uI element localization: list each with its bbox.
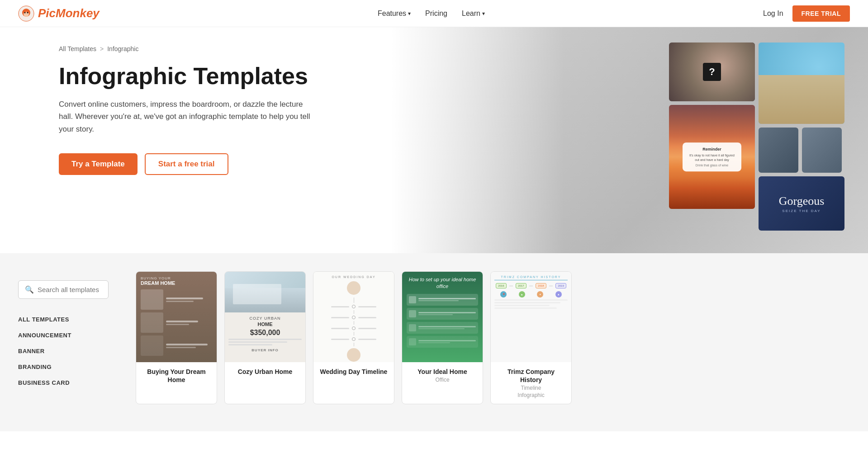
nav-links: Features ▾ Pricing Learn ▾	[378, 9, 485, 18]
template-card-4[interactable]: How to set up your ideal home office	[402, 271, 483, 404]
reminder-title: Reminder	[688, 147, 736, 151]
lower-inner: 🔍 ALL TEMPLATES ANNOUNCEMENT BANNER BRAN…	[0, 271, 868, 413]
collage-image-small-1	[759, 128, 798, 173]
template-card-5[interactable]: Trimz Company History 2016 2017 2018 201	[490, 271, 572, 404]
search-icon: 🔍	[25, 285, 34, 294]
template-card-1[interactable]: Buying Your Dream Home	[136, 271, 217, 404]
svg-point-5	[24, 12, 26, 13]
free-trial-button[interactable]: FREE TRIAL	[792, 5, 850, 22]
nav-right: Log In FREE TRIAL	[763, 5, 850, 22]
sidebar-item-banner[interactable]: BANNER	[18, 343, 109, 359]
search-input[interactable]	[38, 286, 102, 293]
reminder-text: It's okay to not have it all figured out…	[688, 153, 736, 162]
breadcrumb-all-templates[interactable]: All Templates	[59, 45, 96, 52]
sidebar-item-announcement[interactable]: ANNOUNCEMENT	[18, 327, 109, 343]
template-info-3: Wedding Day Timeline	[313, 362, 394, 381]
breadcrumb-separator: >	[100, 45, 104, 52]
template-info-1: Buying Your Dream Home	[136, 362, 217, 389]
template-thumb-3: OUR WEDDING DAY	[313, 272, 394, 362]
template-sub-5b: Infographic	[496, 392, 566, 398]
nav-pricing[interactable]: Pricing	[425, 9, 447, 18]
template-name-5: Trimz Company History	[496, 368, 566, 384]
sidebar-item-all[interactable]: ALL TEMPLATES	[18, 312, 109, 327]
page-title: Infographic Templates	[59, 63, 344, 89]
collage-image-small-2	[802, 128, 842, 173]
gorgeous-text: Gorgeous	[779, 194, 825, 208]
svg-point-6	[27, 12, 28, 13]
template-card-2[interactable]: COZY URBAN HOME $350,000 BUYER INFO	[224, 271, 306, 404]
brand-name: PicMonkey	[38, 6, 100, 20]
buyer-info: BUYER INFO	[228, 348, 302, 352]
template-name-1: Buying Your Dream Home	[142, 368, 211, 384]
search-box[interactable]: 🔍	[18, 280, 109, 299]
start-free-trial-button[interactable]: Start a free trial	[145, 153, 228, 175]
hero-buttons: Try a Template Start a free trial	[59, 153, 344, 175]
template-thumb-4: How to set up your ideal home office	[402, 272, 483, 362]
nav-features[interactable]: Features ▾	[378, 9, 411, 18]
reminder-sub: Drink that glass of wine	[688, 164, 736, 167]
hero-collage: ? Reminder It's okay to not have it all …	[669, 43, 850, 238]
features-chevron-icon: ▾	[408, 10, 411, 17]
collage-image-beach	[759, 43, 844, 124]
reminder-card: Reminder It's okay to not have it all fi…	[683, 142, 741, 171]
nav-learn[interactable]: Learn ▾	[462, 9, 485, 18]
templates-area: Buying Your Dream Home	[127, 271, 868, 413]
logo[interactable]: PicMonkey	[18, 5, 100, 22]
collage-image-reminder: Reminder It's okay to not have it all fi…	[669, 105, 755, 209]
template-thumb-5: Trimz Company History 2016 2017 2018 201	[491, 272, 571, 362]
template-thumb-1: Buying Your Dream Home	[136, 272, 217, 362]
question-mark-overlay: ?	[703, 63, 721, 81]
hero-section: All Templates > Infographic Infographic …	[0, 27, 868, 253]
try-template-button[interactable]: Try a Template	[59, 153, 138, 175]
template-info-4: Your Ideal Home Office	[402, 362, 483, 388]
navbar: PicMonkey Features ▾ Pricing Learn ▾ Log…	[0, 0, 868, 27]
template-name-4: Your Ideal Home	[408, 368, 477, 376]
template-sub-5a: Timeline	[496, 385, 566, 391]
hero-description: Convert online customers, impress the bo…	[59, 98, 312, 135]
lower-section: 🔍 ALL TEMPLATES ANNOUNCEMENT BANNER BRAN…	[0, 253, 868, 431]
logo-icon	[18, 5, 34, 22]
gorgeous-sub: SEIZE THE DAY	[779, 209, 825, 213]
collage-image-gorgeous: Gorgeous SEIZE THE DAY	[759, 176, 844, 231]
learn-chevron-icon: ▾	[482, 10, 485, 17]
breadcrumb-current: Infographic	[107, 45, 138, 52]
sidebar-nav: ALL TEMPLATES ANNOUNCEMENT BANNER BRANDI…	[18, 312, 109, 391]
wedding-title: OUR WEDDING DAY	[317, 275, 390, 279]
price-label: $350,000	[228, 329, 302, 337]
collage-image-1: ?	[669, 43, 755, 101]
login-button[interactable]: Log In	[763, 9, 783, 18]
template-info-5: Trimz Company History Timeline Infograph…	[491, 362, 571, 404]
breadcrumb: All Templates > Infographic	[59, 45, 344, 52]
sidebar: 🔍 ALL TEMPLATES ANNOUNCEMENT BANNER BRAN…	[0, 271, 127, 413]
sidebar-item-business-card[interactable]: BUSINESS CARD	[18, 375, 109, 391]
template-thumb-2: COZY URBAN HOME $350,000 BUYER INFO	[225, 272, 305, 362]
template-card-3[interactable]: OUR WEDDING DAY	[313, 271, 394, 404]
template-info-2: Cozy Urban Home	[225, 362, 305, 381]
template-name-3: Wedding Day Timeline	[319, 368, 389, 376]
template-name-2: Cozy Urban Home	[230, 368, 300, 376]
templates-grid: Buying Your Dream Home	[136, 271, 859, 404]
template-sub-4: Office	[408, 377, 477, 383]
hero-content: All Templates > Infographic Infographic …	[0, 27, 362, 202]
sidebar-item-branding[interactable]: BRANDING	[18, 359, 109, 375]
